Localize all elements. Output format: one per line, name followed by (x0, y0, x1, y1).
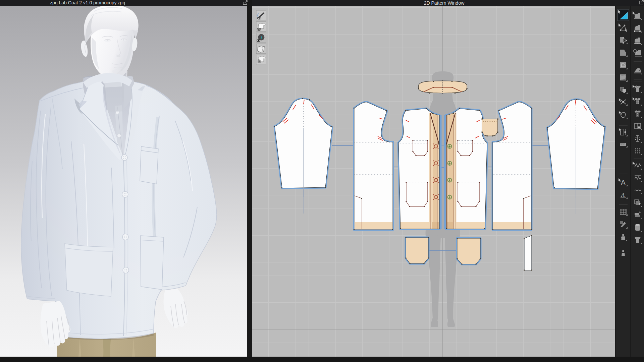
svg-text:A: A (621, 179, 626, 186)
svg-text:i: i (261, 35, 262, 40)
svg-text:A: A (621, 192, 625, 198)
